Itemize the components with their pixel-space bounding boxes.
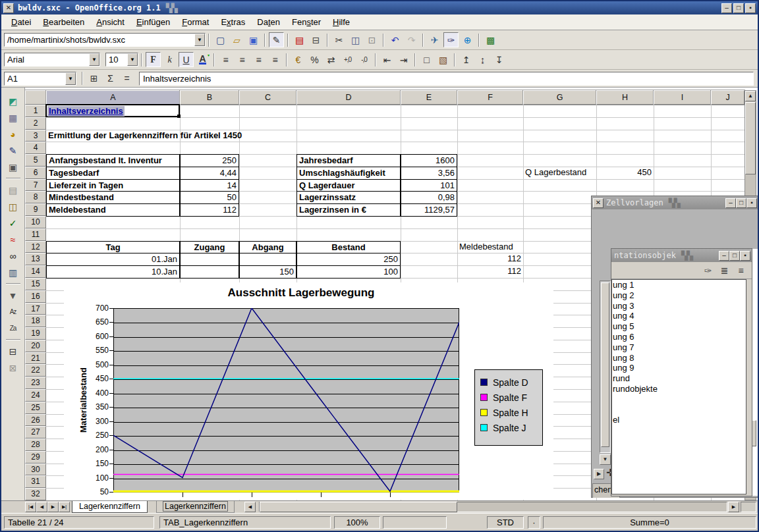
cell-D14[interactable]: 100 bbox=[296, 265, 401, 279]
row-header-25[interactable]: 25 bbox=[25, 402, 46, 414]
style-list-item[interactable]: ung 2 bbox=[612, 290, 746, 301]
scroll-down-icon[interactable]: ▼ bbox=[600, 454, 611, 465]
cell-A6[interactable]: Tagesbedarf bbox=[46, 167, 180, 180]
title-bar[interactable]: ✕ bwldv.sxc - OpenOffice.org 1.1 ▚▚ – □ … bbox=[1, 1, 758, 14]
column-header-J[interactable]: J bbox=[711, 90, 745, 105]
style-list-item[interactable]: ung 7 bbox=[612, 342, 746, 353]
cell-B14[interactable] bbox=[180, 265, 239, 279]
insert-icon[interactable]: ◩ bbox=[5, 93, 20, 109]
row-header-10[interactable]: 10 bbox=[25, 216, 46, 228]
cell-A7[interactable]: Lieferzeit in Tagen bbox=[46, 179, 180, 192]
close-icon[interactable]: ✕ bbox=[593, 198, 604, 208]
shade-icon[interactable]: ▪ bbox=[745, 3, 756, 13]
sort-ascending-icon[interactable]: Az bbox=[5, 304, 20, 319]
cell-A8[interactable]: Mindestbestand bbox=[46, 191, 180, 204]
close-icon[interactable]: ✕ bbox=[3, 3, 14, 13]
update-style-icon[interactable]: ≡ bbox=[733, 263, 748, 278]
minimize-icon[interactable]: – bbox=[721, 3, 732, 13]
style-list[interactable]: ung 1ung 2ung 3ung 4ung 5ung 6ung 7ung 8… bbox=[611, 279, 746, 494]
chevron-down-icon[interactable]: ▼ bbox=[89, 53, 99, 66]
minimize-icon[interactable]: – bbox=[719, 251, 729, 261]
chevron-down-icon[interactable]: ▼ bbox=[65, 72, 76, 85]
sum-display[interactable]: Summe=0 bbox=[543, 516, 756, 529]
row-header-3[interactable]: 3 bbox=[25, 130, 46, 142]
vertical-scrollbar[interactable] bbox=[600, 280, 611, 453]
cell-A5[interactable]: Anfangsbestand lt. Inventur bbox=[46, 154, 180, 167]
row-header-2[interactable]: 2 bbox=[25, 117, 46, 130]
export-pdf-icon[interactable]: ▤ bbox=[292, 32, 307, 47]
borders-icon[interactable]: □ bbox=[419, 52, 434, 67]
formula-input[interactable]: Inhaltsverzeichnis bbox=[139, 72, 754, 86]
praesentationsobjekte-title-bar[interactable]: ntationsobjek ▚▚ – □ ▪ bbox=[611, 249, 752, 262]
cell-D6[interactable]: Umschlagshäufigkeit bbox=[296, 167, 401, 180]
cell-B8[interactable]: 50 bbox=[180, 191, 239, 204]
row-header-19[interactable]: 19 bbox=[25, 327, 46, 340]
function-autopilot-icon[interactable]: ⊞ bbox=[86, 71, 101, 86]
row-header-21[interactable]: 21 bbox=[25, 352, 46, 365]
cell-A14[interactable]: 10.Jan bbox=[46, 265, 180, 279]
row-header-20[interactable]: 20 bbox=[25, 340, 46, 352]
menu-fenster[interactable]: Fenster bbox=[286, 16, 327, 28]
cell-G6[interactable]: Q Lagerbestand bbox=[523, 167, 596, 180]
praesentationsobjekte-window[interactable]: ntationsobjek ▚▚ – □ ▪ ✑≣≡ ung 1ung 2ung… bbox=[611, 248, 752, 496]
cell-C14[interactable]: 150 bbox=[239, 265, 296, 279]
cell-D12[interactable]: Bestand bbox=[296, 241, 401, 254]
selection-mode[interactable]: STD bbox=[487, 516, 524, 529]
column-header-G[interactable]: G bbox=[523, 90, 596, 105]
form-controls-icon[interactable]: ▣ bbox=[5, 159, 20, 174]
chart-object[interactable]: Ausschnitt LagerbewegungMaterialbestand7… bbox=[64, 282, 553, 500]
find-replace-icon[interactable]: ∞ bbox=[5, 248, 20, 263]
cell-F14[interactable]: 112 bbox=[457, 265, 523, 279]
font-size-combobox[interactable]: 10 ▼ bbox=[105, 53, 138, 66]
formula-icon[interactable]: = bbox=[119, 71, 134, 86]
menu-einfügen[interactable]: Einfügen bbox=[130, 16, 176, 28]
cell-E7[interactable]: 101 bbox=[401, 179, 457, 192]
cell-E6[interactable]: 3,56 bbox=[401, 167, 457, 180]
style-list-item[interactable]: ung 8 bbox=[612, 353, 746, 363]
zoom-level[interactable]: 100% bbox=[334, 516, 380, 529]
autofilter-icon[interactable]: ▼ bbox=[5, 288, 20, 303]
row-header-27[interactable]: 27 bbox=[25, 426, 46, 439]
menu-format[interactable]: Format bbox=[176, 16, 215, 28]
scrollbar-thumb[interactable] bbox=[745, 102, 756, 174]
save-icon[interactable]: ▣ bbox=[246, 32, 261, 47]
column-header-F[interactable]: F bbox=[457, 90, 523, 105]
cell-A12[interactable]: Tag bbox=[46, 241, 180, 254]
new-style-icon[interactable]: ≣ bbox=[717, 263, 732, 278]
open-icon[interactable]: ▱ bbox=[229, 32, 244, 47]
row-header-23[interactable]: 23 bbox=[25, 377, 46, 389]
row-header-7[interactable]: 7 bbox=[25, 179, 46, 192]
row-header-16[interactable]: 16 bbox=[25, 290, 46, 303]
row-header-11[interactable]: 11 bbox=[25, 228, 46, 241]
menu-extras[interactable]: Extras bbox=[215, 16, 251, 28]
row-header-24[interactable]: 24 bbox=[25, 389, 46, 402]
bold-button[interactable]: F bbox=[146, 52, 161, 67]
cell-selection[interactable]: Inhaltsverzeichnis bbox=[45, 104, 180, 117]
style-list-item[interactable]: ung 3 bbox=[612, 301, 746, 311]
cell-B7[interactable]: 14 bbox=[180, 179, 239, 192]
insert-cells-icon[interactable]: ▦ bbox=[5, 110, 20, 125]
url-combobox[interactable]: /home/martinix/shots/bwldv.sxc ▼ bbox=[4, 33, 206, 47]
stylist-icon[interactable]: ✑ bbox=[443, 32, 459, 47]
number-percent-icon[interactable]: % bbox=[307, 52, 322, 67]
row-header-18[interactable]: 18 bbox=[25, 315, 46, 327]
align-bottom-icon[interactable]: ↧ bbox=[492, 52, 507, 67]
style-list-item[interactable]: rundobjekte bbox=[612, 384, 746, 394]
row-header-26[interactable]: 26 bbox=[25, 414, 46, 427]
gallery-icon[interactable]: ▩ bbox=[483, 32, 498, 47]
zellvorlagen-title-bar[interactable]: ✕ Zellvorlagen ▚▚ – □ ▪ bbox=[592, 196, 758, 209]
menu-datei[interactable]: Datei bbox=[5, 16, 37, 28]
cell-A9[interactable]: Meldebestand bbox=[46, 203, 180, 217]
cell-B5[interactable]: 250 bbox=[180, 154, 239, 167]
cell-B6[interactable]: 4,44 bbox=[180, 167, 239, 180]
row-header-1[interactable]: 1 bbox=[25, 105, 46, 117]
background-color-icon[interactable]: ▧ bbox=[436, 52, 451, 67]
row-header-30[interactable]: 30 bbox=[25, 464, 46, 476]
row-header-31[interactable]: 31 bbox=[25, 475, 46, 488]
maximize-icon[interactable]: □ bbox=[729, 251, 740, 261]
maximize-icon[interactable]: □ bbox=[733, 3, 744, 13]
cell-F13[interactable]: 112 bbox=[457, 253, 523, 266]
copy-icon[interactable]: ◫ bbox=[348, 32, 363, 47]
insert-chart-icon[interactable]: ◕ bbox=[5, 126, 20, 142]
shade-icon[interactable]: ▪ bbox=[746, 198, 757, 208]
